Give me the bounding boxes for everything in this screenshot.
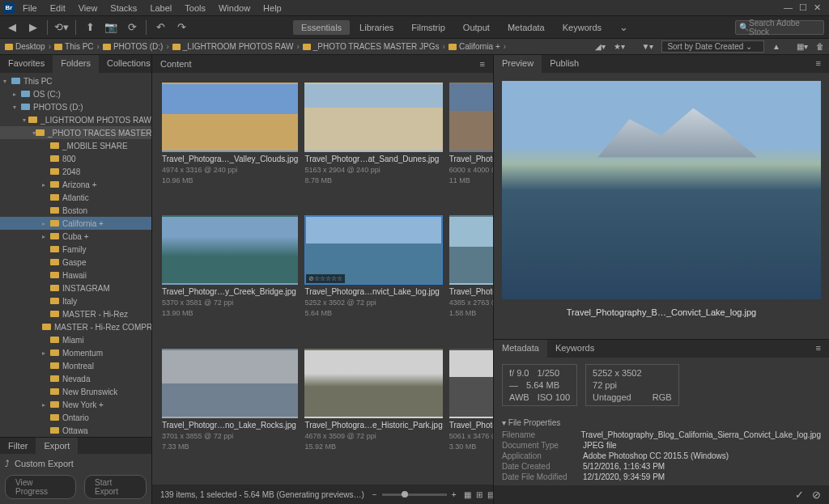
folder-node[interactable]: Boston xyxy=(0,204,151,217)
trash-icon[interactable]: 🗑 xyxy=(816,42,824,51)
tab-folders[interactable]: Folders xyxy=(53,55,99,73)
thumbnail-image[interactable] xyxy=(449,83,493,152)
breadcrumb-item[interactable]: PHOTOS (D:) xyxy=(103,42,163,51)
folder-node[interactable]: ▾PHOTOS (D:) xyxy=(0,100,151,113)
start-export-button[interactable]: Start Export xyxy=(84,475,147,499)
folder-node[interactable]: ▾_PHOTO TRACES MASTER JPGs xyxy=(0,126,151,139)
breadcrumb-item[interactable]: California + xyxy=(449,42,500,51)
tab-export[interactable]: Export xyxy=(36,438,78,454)
sort-asc-icon[interactable]: ▲ xyxy=(772,42,780,51)
zoom-in-button[interactable]: + xyxy=(452,490,457,499)
thumbnail-image[interactable] xyxy=(162,349,298,418)
menu-edit[interactable]: Edit xyxy=(44,2,72,15)
thumbnail-item[interactable]: Travel_Photogr…ains_June_Lake.jpg5061 x … xyxy=(449,349,493,475)
workspace-tab-output[interactable]: Output xyxy=(455,20,498,35)
folder-node[interactable]: ▸New York + xyxy=(0,398,151,411)
folder-node[interactable]: 800 xyxy=(0,152,151,165)
grid-view-icon[interactable]: ▦ xyxy=(464,490,471,499)
workspace-tab-filmstrip[interactable]: Filmstrip xyxy=(403,20,453,35)
view-progress-button[interactable]: View Progress xyxy=(5,475,76,499)
folder-node[interactable]: ▸California + xyxy=(0,217,151,230)
file-properties-header[interactable]: ▾ File Properties xyxy=(502,416,821,430)
custom-export-row[interactable]: ⤴ Custom Export xyxy=(5,459,147,468)
thumbnail-image[interactable] xyxy=(304,349,442,418)
folder-node[interactable]: Gaspe xyxy=(0,256,151,269)
tab-filter[interactable]: Filter xyxy=(0,438,36,454)
workspace-tab-metadata[interactable]: Metadata xyxy=(500,20,553,35)
thumbnail-item[interactable]: Travel_Photogr…y_Creek_Bridge.jpg5370 x … xyxy=(162,215,298,341)
forward-button[interactable]: ▶ xyxy=(26,20,40,35)
thumbnail-image[interactable] xyxy=(162,83,298,152)
content-menu-icon[interactable]: ≡ xyxy=(480,59,485,69)
filter-icon[interactable]: ◢▾ xyxy=(595,42,606,51)
new-folder-icon[interactable]: ▦▾ xyxy=(797,42,808,51)
minimize-button[interactable]: — xyxy=(784,2,793,13)
search-input[interactable]: 🔍 Search Adobe Stock xyxy=(735,20,824,35)
tab-publish[interactable]: Publish xyxy=(542,55,587,73)
folder-node[interactable]: Ottawa xyxy=(0,424,151,437)
folder-node[interactable]: INSTAGRAM xyxy=(0,282,151,294)
thumbnail-image[interactable]: ⊘☆☆☆☆☆ xyxy=(304,215,442,285)
funnel-icon[interactable]: ▼▾ xyxy=(641,42,653,51)
breadcrumb-item[interactable]: _PHOTO TRACES MASTER JPGs xyxy=(303,42,440,51)
panel-menu-icon[interactable]: ≡ xyxy=(808,340,829,358)
folder-node[interactable]: MASTER - Hi-Rez COMPRESSED xyxy=(0,320,151,333)
folder-node[interactable]: Family xyxy=(0,243,151,256)
workspace-tab-essentials[interactable]: Essentials xyxy=(293,20,350,35)
tab-preview[interactable]: Preview xyxy=(494,55,542,73)
menu-window[interactable]: Window xyxy=(212,2,257,15)
breadcrumb-item[interactable]: _LIGHTROOM PHOTOS RAW xyxy=(172,42,294,51)
tab-favorites[interactable]: Favorites xyxy=(0,55,53,73)
folder-node[interactable]: 2048 xyxy=(0,165,151,178)
refresh-icon[interactable]: ⟳ xyxy=(125,20,139,35)
workspace-dropdown-icon[interactable]: ⌄ xyxy=(616,20,631,35)
thumbnail-item[interactable]: Travel_Photogr…at_Sand_Dunes.jpg5163 x 2… xyxy=(304,83,442,209)
folder-node[interactable]: ▸Arizona + xyxy=(0,178,151,191)
thumbnail-item[interactable]: Travel_Photogra…e_Historic_Park.jpg4678 … xyxy=(304,349,442,475)
folder-node[interactable]: Ontario xyxy=(0,411,151,424)
thumbnail-item[interactable]: ⊘☆☆☆☆☆Travel_Photogra…nvict_Lake_log.jpg… xyxy=(304,215,442,341)
back-button[interactable]: ◀ xyxy=(5,20,19,35)
thumbnail-item[interactable]: Travel_Photogr…no_Lake_Rocks.jpg3701 x 3… xyxy=(162,349,298,475)
folder-node[interactable]: ▸Momentum xyxy=(0,346,151,359)
folder-node[interactable]: ▸OS (C:) xyxy=(0,87,151,100)
sort-select[interactable]: Sort by Date Created ⌄ xyxy=(661,40,764,53)
thumbnail-image[interactable] xyxy=(162,215,298,285)
star-filter-icon[interactable]: ★▾ xyxy=(614,42,625,51)
thumbnail-item[interactable]: Travel_Photogra…_Valley_Clouds.jpg4974 x… xyxy=(162,83,298,209)
folder-node[interactable]: Montreal xyxy=(0,359,151,372)
folder-node[interactable]: Miami xyxy=(0,333,151,346)
panel-menu-icon[interactable]: ≡ xyxy=(808,55,829,73)
grid-lock-icon[interactable]: ⊞ xyxy=(476,490,483,499)
folder-node[interactable]: Nevada xyxy=(0,372,151,385)
folder-node[interactable]: _MOBILE SHARE xyxy=(0,139,151,152)
upload-icon[interactable]: ⬆ xyxy=(83,20,97,35)
thumbnail-image[interactable] xyxy=(304,83,442,152)
recent-dropdown[interactable]: ⟲▾ xyxy=(54,20,69,35)
preview-image[interactable] xyxy=(502,81,821,299)
cancel-metadata-button[interactable]: ⊘ xyxy=(812,489,821,501)
thumbnail-size-slider[interactable] xyxy=(382,493,447,496)
menu-tools[interactable]: Tools xyxy=(178,2,212,15)
folder-node[interactable]: Hawaii xyxy=(0,269,151,282)
rotate-cw-icon[interactable]: ↷ xyxy=(174,20,189,35)
folder-node[interactable]: ▾_LIGHTROOM PHOTOS RAW xyxy=(0,113,151,126)
rating-row[interactable]: ⊘☆☆☆☆☆ xyxy=(306,274,345,283)
tab-keywords[interactable]: Keywords xyxy=(547,340,602,358)
folder-node[interactable]: ▾This PC xyxy=(0,74,151,87)
thumbnail-item[interactable]: Travel_Photogra…ke_Reflections.jpg4385 x… xyxy=(449,215,493,341)
rotate-ccw-icon[interactable]: ↶ xyxy=(153,20,168,35)
close-button[interactable]: ✕ xyxy=(814,2,821,13)
menu-file[interactable]: File xyxy=(16,2,44,15)
breadcrumb-item[interactable]: This PC xyxy=(54,42,94,51)
menu-label[interactable]: Label xyxy=(143,2,178,15)
folder-node[interactable]: New Brunswick xyxy=(0,385,151,398)
menu-view[interactable]: View xyxy=(72,2,104,15)
thumbnail-grid[interactable]: Travel_Photogra…_Valley_Clouds.jpg4974 x… xyxy=(152,73,493,485)
maximize-button[interactable]: ☐ xyxy=(799,2,807,13)
workspace-tab-libraries[interactable]: Libraries xyxy=(351,20,402,35)
camera-icon[interactable]: 📷 xyxy=(104,20,118,35)
menu-help[interactable]: Help xyxy=(257,2,288,15)
thumbnail-image[interactable] xyxy=(449,215,493,285)
folder-node[interactable]: Italy xyxy=(0,294,151,307)
